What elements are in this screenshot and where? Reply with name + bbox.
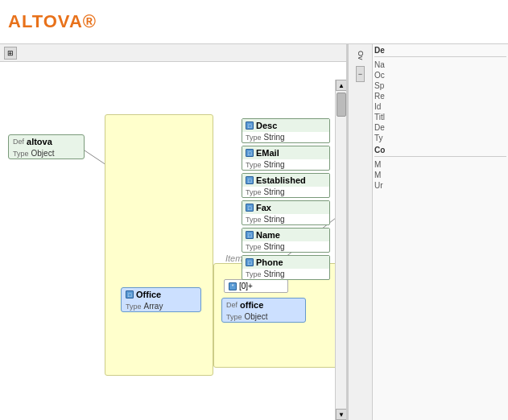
co-label-1: M — [374, 171, 381, 179]
prop-row-4: Id — [374, 101, 506, 112]
tab-ov[interactable]: Ov — [355, 47, 366, 64]
schema-type-row-name: Type String — [242, 241, 329, 252]
schema-icon-established: □ — [246, 176, 254, 184]
co-rows: MMUr — [374, 159, 506, 191]
altova-type-value: Object — [31, 149, 55, 158]
schema-name-email: EMail — [256, 148, 279, 158]
schema-icon-email: □ — [246, 149, 254, 157]
prop-row-6: De — [374, 122, 506, 133]
schema-type-row-email: Type String — [242, 159, 329, 170]
schema-type-value-desc: String — [264, 133, 285, 142]
schema-type-value-email: String — [264, 160, 285, 169]
office-def-name: office — [240, 300, 263, 310]
office-def-label: Def — [226, 301, 237, 309]
canvas-content[interactable]: Def altova Type Object Items * [0]+ — [0, 62, 346, 420]
node-altova[interactable]: Def altova Type Object — [8, 134, 85, 159]
topbar: ALTOVA® — [0, 0, 508, 44]
office-type-value: Array — [144, 302, 163, 311]
prop-label-6: De — [374, 123, 385, 132]
office-def-type-value: Object — [245, 312, 268, 321]
array-value: [0]+ — [239, 282, 253, 290]
office-def-type-label: Type — [226, 313, 242, 321]
app-logo: ALTOVA® — [8, 11, 97, 32]
schema-node-established[interactable]: □ Established Type String — [242, 173, 330, 198]
altova-header: Def altova — [9, 135, 84, 148]
schema-icon-phone: □ — [246, 258, 254, 266]
schema-type-value-name: String — [264, 242, 285, 251]
toolbar-icon-grid[interactable]: ⊞ — [4, 47, 17, 60]
canvas-area[interactable]: ⊞ Def altova — [0, 44, 347, 420]
scroll-thumb[interactable] — [337, 93, 346, 117]
schema-node-desc[interactable]: □ Desc Type String — [242, 118, 330, 143]
office-type-label: Type — [126, 303, 142, 311]
prop-label-0: Na — [374, 60, 385, 69]
schema-icon-desc: □ — [246, 121, 254, 130]
co-row-0: M — [374, 159, 506, 170]
logo-text: ALTOVA — [8, 11, 83, 31]
schema-type-row-fax: Type String — [242, 214, 329, 224]
props-rows: NaOcSpReIdTitlDeTy — [374, 60, 506, 143]
schema-name-phone: Phone — [256, 257, 283, 267]
schema-name-established: Established — [256, 175, 306, 185]
altova-type-label: Type — [13, 150, 29, 158]
schema-icon-name: □ — [246, 231, 254, 239]
schema-type-value-established: String — [264, 187, 285, 196]
schema-icon-fax: □ — [246, 204, 254, 212]
schema-header-phone: □ Phone — [242, 256, 329, 269]
array-icon: * — [229, 282, 237, 290]
schema-header-fax: □ Fax — [242, 201, 329, 214]
tab-collapse[interactable]: − — [356, 66, 365, 82]
schema-type-label-established: Type — [246, 188, 262, 196]
right-schema-panel: □ Desc Type String □ EMail Type String □… — [242, 118, 330, 280]
altova-type-row: Type Object — [9, 148, 84, 159]
prop-label-7: Ty — [374, 134, 383, 142]
co-label-2: Ur — [374, 181, 383, 190]
schema-type-label-phone: Type — [246, 270, 262, 278]
prop-label-1: Oc — [374, 71, 385, 80]
office-def-type-row: Type Object — [222, 311, 305, 322]
prop-row-2: Sp — [374, 80, 506, 91]
schema-header-name: □ Name — [242, 229, 329, 241]
schema-node-name[interactable]: □ Name Type String — [242, 228, 330, 253]
schema-header-email: □ EMail — [242, 146, 329, 159]
schema-header-established: □ Established — [242, 174, 329, 187]
schema-node-email[interactable]: □ EMail Type String — [242, 146, 330, 171]
vertical-scrollbar[interactable]: ▲ ▼ — [335, 80, 346, 420]
node-office[interactable]: □ Office Type Array — [121, 287, 201, 312]
schema-type-label-fax: Type — [246, 216, 262, 224]
co-row-2: Ur — [374, 180, 506, 191]
schema-type-label-desc: Type — [246, 134, 262, 142]
schema-name-desc: Desc — [256, 121, 277, 130]
office-type-row: Type Array — [122, 301, 200, 311]
prop-row-1: Oc — [374, 70, 506, 80]
node-office-def[interactable]: Def office Type Object — [221, 298, 306, 323]
node-array-item[interactable]: * [0]+ — [224, 279, 288, 293]
schema-type-value-phone: String — [264, 270, 285, 278]
altova-def-label: Def — [13, 138, 24, 146]
scroll-down-btn[interactable]: ▼ — [336, 409, 346, 420]
prop-row-5: Titl — [374, 112, 506, 122]
schema-type-value-fax: String — [264, 215, 285, 224]
scroll-up-btn[interactable]: ▲ — [336, 80, 346, 91]
main-area: ⊞ Def altova — [0, 44, 508, 420]
prop-label-3: Re — [374, 92, 385, 101]
schema-type-row-phone: Type String — [242, 269, 329, 279]
co-label-0: M — [374, 160, 381, 169]
prop-row-0: Na — [374, 60, 506, 70]
prop-label-2: Sp — [374, 81, 384, 90]
schema-node-phone[interactable]: □ Phone Type String — [242, 255, 330, 280]
schema-node-fax[interactable]: □ Fax Type String — [242, 200, 330, 225]
office-icon: □ — [126, 290, 134, 299]
schema-type-label-name: Type — [246, 243, 262, 251]
schema-type-row-desc: Type String — [242, 132, 329, 142]
properties-content: De NaOcSpReIdTitlDeTy Co MMUr — [373, 44, 508, 420]
schema-type-label-email: Type — [246, 161, 262, 169]
schema-name-fax: Fax — [256, 203, 271, 212]
schema-name-name: Name — [256, 230, 280, 240]
prop-row-3: Re — [374, 91, 506, 101]
office-def-header: Def office — [222, 299, 305, 311]
right-outer-panel: Ov − De NaOcSpReIdTitlDeTy Co MMUr — [347, 44, 508, 420]
altova-name: altova — [27, 137, 52, 146]
schema-header-desc: □ Desc — [242, 119, 329, 132]
prop-label-5: Titl — [374, 113, 385, 121]
